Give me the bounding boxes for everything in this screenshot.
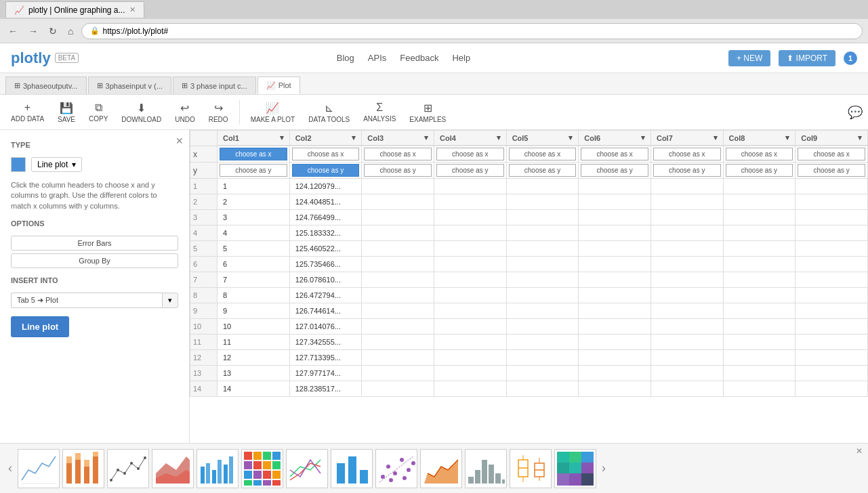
cell-col5[interactable] — [506, 381, 579, 397]
cell-col4[interactable] — [434, 241, 506, 257]
tab-3phaseoutput[interactable]: ⊞ 3phaseoutputv... — [5, 77, 87, 94]
import-btn[interactable]: ⬆ IMPORT — [779, 50, 835, 66]
back-btn[interactable]: ← — [5, 24, 20, 38]
new-btn[interactable]: + NEW — [728, 50, 770, 66]
group-by-btn[interactable]: Group By — [11, 253, 178, 268]
panel-close-btn[interactable]: ✕ — [175, 135, 184, 146]
cell-col5[interactable] — [506, 303, 579, 319]
col8-choose-x-btn[interactable]: choose as x — [726, 148, 793, 160]
cell-col9[interactable] — [795, 210, 868, 226]
tab-close-btn[interactable]: ✕ — [129, 5, 136, 14]
cell-col5[interactable] — [506, 288, 579, 303]
cell-col9[interactable] — [795, 303, 868, 319]
thumb-prev-btn[interactable]: ‹ — [5, 458, 15, 478]
thumb-heatmap[interactable] — [241, 449, 283, 488]
cell-col6[interactable] — [579, 257, 651, 272]
cell-col1[interactable]: 9 — [218, 303, 290, 319]
cell-col6[interactable] — [579, 288, 651, 303]
cell-col1[interactable]: 14 — [218, 381, 290, 397]
cell-col6[interactable] — [579, 366, 651, 381]
cell-col7[interactable] — [650, 350, 723, 366]
thumb-next-btn[interactable]: › — [599, 458, 608, 478]
cell-col6[interactable] — [579, 210, 651, 226]
cell-col7[interactable] — [650, 226, 723, 241]
bottom-bar-close-btn[interactable]: ✕ — [856, 446, 863, 456]
thumb-heatmap2[interactable] — [554, 449, 596, 488]
cell-col2[interactable]: 127.713395... — [289, 350, 362, 366]
cell-col9[interactable] — [795, 226, 868, 241]
cell-col1[interactable]: 6 — [218, 257, 290, 272]
cell-col2[interactable]: 126.078610... — [289, 272, 362, 288]
cell-col8[interactable] — [723, 319, 795, 335]
cell-col3[interactable] — [362, 366, 434, 381]
cell-col4[interactable] — [434, 226, 506, 241]
cell-col2[interactable]: 125.735466... — [289, 257, 362, 272]
col5-menu-icon[interactable]: ▾ — [569, 133, 573, 142]
cell-col2[interactable]: 126.744614... — [289, 303, 362, 319]
cell-col8[interactable] — [723, 303, 795, 319]
cell-col8[interactable] — [723, 257, 795, 272]
col8-menu-icon[interactable]: ▾ — [785, 133, 789, 142]
tab-3phaseinputc[interactable]: ⊞ 3 phase input c... — [173, 77, 256, 94]
insert-select[interactable]: Tab 5 ➜ Plot — [11, 293, 162, 308]
feedback-link[interactable]: Feedback — [400, 53, 438, 63]
examples-btn[interactable]: ⊞ EXAMPLES — [404, 99, 451, 126]
cell-col4[interactable] — [434, 257, 506, 272]
cell-col5[interactable] — [506, 179, 579, 194]
cell-col8[interactable] — [723, 366, 795, 381]
apis-link[interactable]: APIs — [368, 53, 386, 63]
help-link[interactable]: Help — [452, 53, 470, 63]
cell-col5[interactable] — [506, 194, 579, 210]
cell-col6[interactable] — [579, 319, 651, 335]
tab-3phaseinput[interactable]: ⊞ 3phaseinput v (... — [88, 77, 171, 94]
cell-col1[interactable]: 7 — [218, 272, 290, 288]
data-tools-btn[interactable]: ⊾ DATA TOOLS — [303, 99, 355, 126]
browser-tab[interactable]: 📈 plotly | Online graphing a... ✕ — [5, 1, 144, 18]
thumb-area2[interactable] — [420, 449, 462, 488]
cell-col5[interactable] — [506, 226, 579, 241]
thumb-box[interactable] — [510, 449, 552, 488]
cell-col8[interactable] — [723, 335, 795, 350]
cell-col9[interactable] — [795, 288, 868, 303]
cell-col3[interactable] — [362, 303, 434, 319]
cell-col2[interactable]: 124.766499... — [289, 210, 362, 226]
thumb-multiline[interactable] — [286, 449, 328, 488]
cell-col3[interactable] — [362, 272, 434, 288]
cell-col8[interactable] — [723, 241, 795, 257]
add-data-btn[interactable]: + ADD DATA — [5, 99, 49, 125]
cell-col1[interactable]: 13 — [218, 366, 290, 381]
col7-menu-icon[interactable]: ▾ — [714, 133, 718, 142]
cell-col6[interactable] — [579, 241, 651, 257]
cell-col1[interactable]: 4 — [218, 226, 290, 241]
cell-col4[interactable] — [434, 303, 506, 319]
save-btn[interactable]: 💾 SAVE — [52, 99, 81, 126]
cell-col5[interactable] — [506, 210, 579, 226]
cell-col4[interactable] — [434, 335, 506, 350]
col6-choose-x-btn[interactable]: choose as x — [581, 148, 648, 160]
col5-choose-x-btn[interactable]: choose as x — [509, 148, 577, 160]
cell-col2[interactable]: 127.014076... — [289, 319, 362, 335]
cell-col6[interactable] — [579, 303, 651, 319]
cell-col9[interactable] — [795, 350, 868, 366]
cell-col6[interactable] — [579, 179, 651, 194]
cell-col6[interactable] — [579, 335, 651, 350]
cell-col3[interactable] — [362, 226, 434, 241]
cell-col7[interactable] — [650, 303, 723, 319]
cell-col7[interactable] — [650, 210, 723, 226]
line-plot-select[interactable]: Line plot ▾ — [31, 157, 82, 172]
feedback-toolbar-btn[interactable]: 💬 — [848, 105, 863, 120]
cell-col4[interactable] — [434, 194, 506, 210]
cell-col5[interactable] — [506, 257, 579, 272]
col6-choose-y-btn[interactable]: choose as y — [581, 164, 648, 177]
thumb-bar[interactable] — [197, 449, 239, 488]
cell-col3[interactable] — [362, 257, 434, 272]
cell-col2[interactable]: 124.120979... — [289, 179, 362, 194]
cell-col9[interactable] — [795, 381, 868, 397]
cell-col5[interactable] — [506, 335, 579, 350]
thumb-scatter[interactable] — [107, 449, 149, 488]
cell-col8[interactable] — [723, 179, 795, 194]
address-bar[interactable]: 🔒 https://plot.ly/plot# — [81, 23, 863, 39]
cell-col2[interactable]: 128.238517... — [289, 381, 362, 397]
cell-col3[interactable] — [362, 381, 434, 397]
cell-col7[interactable] — [650, 319, 723, 335]
